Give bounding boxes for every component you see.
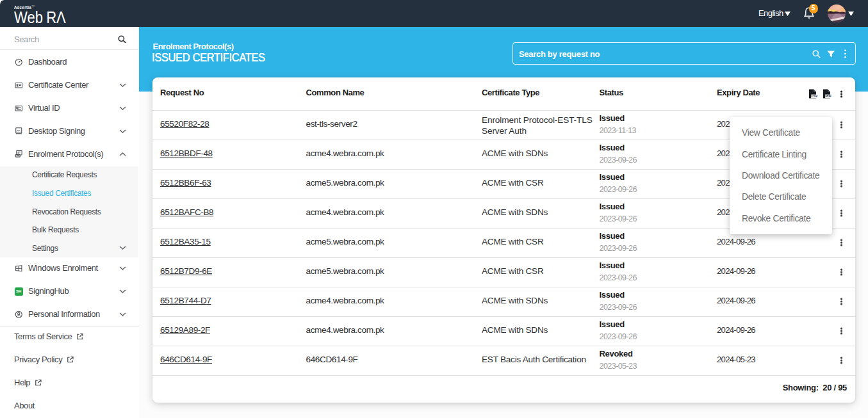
svg-text:CSV: CSV xyxy=(811,94,818,98)
svg-text:PDF: PDF xyxy=(825,94,831,98)
